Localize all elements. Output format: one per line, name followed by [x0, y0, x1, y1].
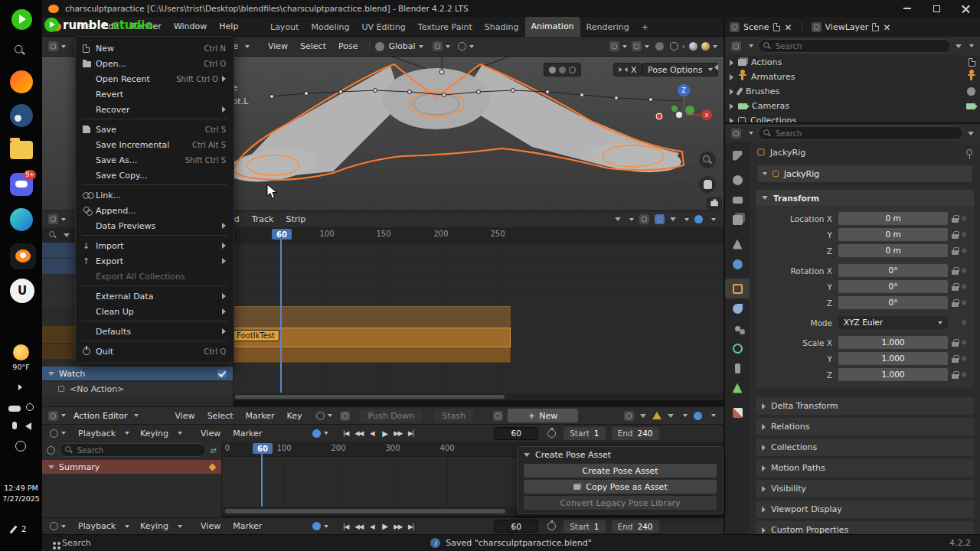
nla-h-scrollbar[interactable] — [234, 393, 724, 400]
tab-object-data[interactable] — [725, 378, 750, 398]
file-menu-revert[interactable]: Revert — [76, 86, 234, 102]
panel-motion-paths[interactable]: Motion Paths — [756, 459, 974, 477]
animate-dot[interactable] — [962, 301, 966, 305]
weather-temp[interactable]: 90°F — [0, 363, 42, 371]
overlays-icon[interactable] — [632, 41, 642, 51]
nla-tracks-area[interactable]: FootIkTest — [234, 243, 724, 393]
unlink-viewlayer-icon[interactable] — [884, 24, 890, 29]
pan-tool-button[interactable] — [699, 176, 716, 193]
scale-x-field[interactable]: 1.000 — [838, 336, 948, 349]
animate-dot[interactable] — [962, 373, 966, 377]
properties-search-input[interactable] — [758, 126, 963, 140]
file-menu-save-copy[interactable]: Save Copy... — [76, 168, 234, 183]
pin-toggle-icon[interactable] — [966, 149, 972, 155]
browse-action-icon[interactable] — [493, 411, 503, 421]
file-menu-export[interactable]: ↑Export — [76, 253, 234, 269]
file-menu-import[interactable]: ↓Import — [76, 238, 234, 253]
tab-add-workspace[interactable]: + — [635, 22, 655, 32]
panel-viewport-display[interactable]: Viewport Display — [756, 500, 974, 518]
shading-solid-active[interactable] — [682, 45, 685, 48]
rotation-y-field[interactable]: 0° — [838, 280, 948, 293]
steam-icon[interactable] — [10, 104, 33, 127]
marker-menu[interactable]: Marker — [227, 429, 268, 439]
file-menu-export-all-collections[interactable]: Export All Collections — [76, 269, 234, 284]
timeline-autokey-button[interactable] — [312, 522, 321, 530]
tab-shading[interactable]: Shading — [479, 22, 525, 32]
dopesheet-editor-type-icon[interactable] — [48, 411, 58, 421]
lock-icon[interactable] — [952, 371, 959, 379]
nla-menu-strip[interactable]: Strip — [279, 214, 312, 224]
ghost-icon[interactable] — [340, 411, 350, 421]
outliner-item-actions[interactable]: Actions — [725, 55, 980, 70]
ds-current-frame-badge[interactable]: 60 — [253, 443, 273, 454]
ds-popover-icon[interactable] — [47, 446, 55, 455]
animate-dot[interactable] — [962, 269, 966, 272]
tab-constraints[interactable] — [725, 358, 750, 378]
editor-type-icon[interactable] — [48, 41, 58, 51]
dock-expand-chevron[interactable] — [18, 384, 22, 390]
properties-filter-icon[interactable] — [968, 132, 974, 135]
tab-texture-paint[interactable]: Texture Paint — [412, 22, 479, 32]
properties-editor-type-icon[interactable] — [731, 129, 741, 139]
transform-pivot-pill[interactable] — [544, 63, 581, 77]
gizmo-y-axis[interactable] — [685, 106, 694, 115]
file-menu-append[interactable]: Append... — [76, 203, 234, 218]
summary-row[interactable]: Summary — [42, 460, 221, 474]
panel-collections[interactable]: Collections — [756, 439, 974, 456]
search-icon[interactable] — [15, 45, 25, 56]
jump-to-start-button[interactable]: |◀ — [339, 429, 352, 437]
gizmo-center[interactable] — [676, 112, 682, 118]
tab-modifiers[interactable] — [725, 298, 750, 318]
animate-dot[interactable] — [962, 321, 966, 324]
maximize-button[interactable] — [922, 0, 951, 17]
file-menu-data-previews[interactable]: Data Previews — [76, 218, 234, 233]
ds-sync-arrows-icon[interactable]: ⇄ — [211, 446, 217, 455]
nla-channel-search-icon[interactable] — [49, 231, 57, 239]
tl-jump-end[interactable]: ▶| — [404, 523, 417, 530]
rotation-z-field[interactable]: 0° — [838, 296, 948, 309]
gizmo-y2-axis[interactable] — [671, 106, 678, 112]
nla-strip-lower[interactable] — [234, 347, 511, 363]
edge-browser-icon[interactable] — [10, 208, 33, 231]
tl-play[interactable]: ▶ — [378, 522, 391, 530]
prev-keyframe-button[interactable]: ◀◀ — [352, 429, 365, 437]
create-pose-asset-button[interactable]: Create Pose Asset — [524, 464, 717, 478]
tl-current-frame-field[interactable]: 60 — [494, 520, 538, 533]
nla-track-no-action[interactable]: <No Action> — [42, 382, 233, 396]
pose-asset-panel-header[interactable]: Create Pose Asset — [518, 447, 723, 462]
file-menu-external-data[interactable]: External Data — [76, 289, 234, 304]
user-icon[interactable] — [26, 403, 34, 411]
camera-view-button[interactable] — [707, 197, 722, 210]
timeline-popover-icon[interactable] — [50, 522, 58, 530]
scale-y-field[interactable]: 1.000 — [838, 352, 948, 365]
viewlayer-name[interactable]: ViewLayer — [825, 22, 869, 32]
transform-orientation-icon[interactable] — [375, 42, 384, 51]
file-menu-quit[interactable]: QuitCtrl Q — [76, 344, 234, 359]
tab-modeling[interactable]: Modeling — [305, 22, 355, 32]
nla-filter-funnel-icon[interactable] — [615, 217, 621, 221]
ds-scroll-thumb[interactable] — [225, 509, 505, 514]
mirror-x-pill[interactable]: X — [613, 63, 642, 77]
panel-visibility[interactable]: Visibility — [756, 480, 974, 497]
action-filter-funnel-icon[interactable] — [640, 414, 646, 418]
mic-icon[interactable] — [12, 422, 17, 429]
tab-view-layer[interactable] — [725, 210, 750, 230]
tab-texture[interactable] — [725, 403, 750, 422]
nla-editor-type-icon[interactable] — [48, 214, 58, 224]
timeline-view-menu[interactable]: View — [194, 521, 227, 531]
outliner-filter-icon[interactable] — [956, 44, 962, 48]
viewport-menu-select[interactable]: Select — [294, 41, 332, 51]
location-z-field[interactable]: 0 m — [838, 244, 948, 257]
current-frame-field[interactable]: 60 — [494, 427, 538, 440]
nla-playhead[interactable] — [280, 229, 282, 393]
new-scene-icon[interactable] — [773, 23, 780, 31]
clock-date[interactable]: 7/27/2025 — [0, 494, 42, 503]
nla-current-frame-badge[interactable]: 60 — [272, 229, 292, 240]
autokey-record-button[interactable] — [312, 429, 321, 438]
region-collapse-arrow[interactable] — [714, 64, 718, 70]
outliner-item-brushes[interactable]: Brushes — [725, 84, 980, 99]
tl-stopwatch-icon[interactable] — [547, 522, 556, 530]
close-button[interactable] — [951, 0, 980, 17]
shading-material-icon[interactable] — [689, 42, 697, 51]
lock-icon[interactable] — [952, 247, 959, 255]
